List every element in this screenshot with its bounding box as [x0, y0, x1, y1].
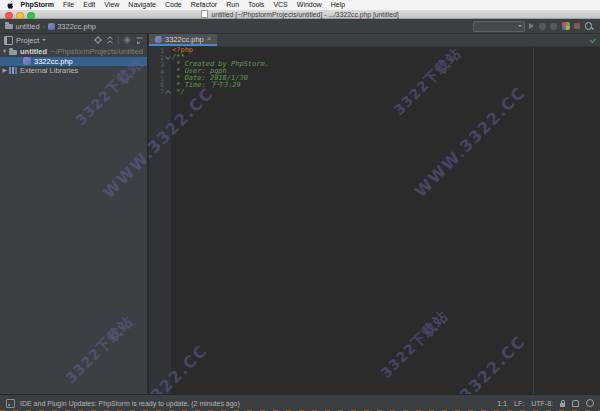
toolbar-divider: [118, 36, 119, 44]
scroll-from-source-icon[interactable]: [94, 36, 102, 44]
code-text: */: [171, 88, 185, 96]
folder-icon: [5, 24, 13, 30]
project-view-selector[interactable]: Project: [4, 36, 46, 45]
fold-column: [164, 75, 171, 82]
breadcrumb-project[interactable]: untitled: [5, 22, 40, 31]
window-title: untitled [~/PhpstormProjects/untitled] -…: [211, 11, 398, 18]
editor-area: 3322cc.php × 1<?php2/**3 * Created by Ph…: [149, 34, 600, 394]
status-message[interactable]: IDE and Plugin Updates: PhpStorm is read…: [20, 400, 240, 407]
editor-tab[interactable]: 3322cc.php ×: [149, 34, 217, 46]
menu-item-window[interactable]: Window: [292, 0, 326, 10]
inspector-icon[interactable]: [586, 399, 594, 407]
fold-marker-icon[interactable]: [164, 54, 171, 61]
project-panel-title: Project: [16, 36, 39, 45]
macos-menu-bar: PhpStormFileEditViewNavigateCodeRefactor…: [0, 0, 600, 10]
window-title-bar[interactable]: untitled [~/PhpstormProjects/untitled] -…: [0, 10, 600, 19]
document-proxy-icon: [201, 10, 208, 18]
lock-icon[interactable]: [560, 403, 565, 407]
code-line[interactable]: 6 * Time: 下午3:29: [149, 81, 600, 88]
tree-item-label: External Libraries: [20, 66, 78, 75]
editor-gutter: [149, 47, 171, 394]
project-tree: ▼untitled~/PhpstormProjects/untitled3322…: [0, 46, 147, 76]
debug-button[interactable]: [539, 23, 546, 30]
zoom-window-button[interactable]: [27, 12, 35, 20]
expander-icon[interactable]: ▶: [0, 66, 9, 75]
main-toolbar: untitled › 3322cc.php: [0, 19, 600, 34]
apple-menu-icon[interactable]: [7, 1, 14, 9]
php-icon: [23, 57, 31, 65]
tree-item-external-libraries[interactable]: ▶External Libraries: [0, 66, 147, 76]
menu-item-navigate[interactable]: Navigate: [124, 0, 161, 10]
traffic-lights: [5, 12, 35, 20]
fold-marker-icon[interactable]: [164, 88, 171, 95]
close-tab-icon[interactable]: ×: [207, 36, 212, 42]
editor-tab-label: 3322cc.php: [165, 35, 204, 44]
encoding-widget[interactable]: UTF-8:: [531, 400, 553, 407]
caret-position-widget[interactable]: 1:1: [497, 400, 507, 407]
folder-icon: [9, 50, 17, 56]
code-line[interactable]: 1<?php: [149, 47, 600, 54]
search-everywhere-icon[interactable]: [585, 22, 593, 30]
editor-tab-bar: 3322cc.php ×: [149, 34, 600, 47]
lib-icon: [9, 67, 17, 74]
hide-panel-icon[interactable]: [136, 37, 143, 44]
menu-item-refactor[interactable]: Refactor: [186, 0, 221, 10]
run-button[interactable]: [529, 23, 534, 29]
line-number: 7: [149, 88, 164, 95]
chevron-right-icon: ›: [43, 23, 45, 29]
menu-item-code[interactable]: Code: [160, 0, 186, 10]
tree-item-3322cc-php[interactable]: 3322cc.php: [0, 57, 147, 67]
project-panel-icon: [4, 36, 13, 45]
code-editor[interactable]: 1<?php2/**3 * Created by PhpStorm.4 * Us…: [149, 47, 600, 394]
stop-button[interactable]: [574, 23, 580, 29]
expander-icon[interactable]: ▼: [0, 47, 9, 56]
breadcrumb-file[interactable]: 3322cc.php: [48, 22, 96, 31]
fold-column: [164, 81, 171, 88]
run-configuration-select[interactable]: [473, 21, 525, 32]
tree-item-label: untitled: [20, 47, 47, 56]
project-tool-window: Project ▼untitled~/PhpstormProjects/unti…: [0, 34, 148, 394]
tool-window-switcher-icon[interactable]: [6, 399, 15, 408]
right-margin-guide: [533, 47, 534, 394]
menu-item-help[interactable]: Help: [326, 0, 349, 10]
line-separator-widget[interactable]: LF:: [514, 400, 524, 407]
menu-item-file[interactable]: File: [58, 0, 78, 10]
close-window-button[interactable]: [5, 12, 13, 20]
status-bar: IDE and Plugin Updates: PhpStorm is read…: [0, 394, 600, 411]
phpstorm-window: PhpStormFileEditViewNavigateCodeRefactor…: [0, 0, 600, 411]
tree-item-path: ~/PhpstormProjects/untitled: [51, 47, 143, 56]
fold-column: [164, 68, 171, 75]
project-panel-header: Project: [0, 34, 147, 46]
fold-column: [164, 61, 171, 68]
tree-item-untitled[interactable]: ▼untitled~/PhpstormProjects/untitled: [0, 47, 147, 57]
collapse-all-icon[interactable]: [106, 36, 114, 44]
menu-item-tools[interactable]: Tools: [244, 0, 269, 10]
chevron-down-icon: [42, 39, 46, 43]
update-icon[interactable]: [562, 22, 570, 30]
menu-item-phpstorm[interactable]: PhpStorm: [16, 0, 58, 10]
php-file-icon: [48, 23, 55, 30]
breadcrumb-label: 3322cc.php: [57, 22, 96, 31]
menu-item-view[interactable]: View: [100, 0, 124, 10]
tree-item-label: 3322cc.php: [34, 57, 73, 66]
inspection-status-icon[interactable]: [589, 36, 595, 42]
menu-item-run[interactable]: Run: [222, 0, 244, 10]
minimize-window-button[interactable]: [16, 12, 24, 20]
menu-item-vcs[interactable]: VCS: [269, 0, 292, 10]
menu-item-edit[interactable]: Edit: [79, 0, 100, 10]
gear-icon[interactable]: [123, 36, 132, 44]
navigation-bar: untitled › 3322cc.php: [0, 22, 96, 31]
coverage-button[interactable]: [550, 23, 557, 30]
php-file-icon: [155, 36, 162, 43]
breadcrumb-label: untitled: [16, 22, 40, 31]
notifications-icon[interactable]: [572, 400, 579, 407]
code-line[interactable]: 7 */: [149, 88, 600, 95]
